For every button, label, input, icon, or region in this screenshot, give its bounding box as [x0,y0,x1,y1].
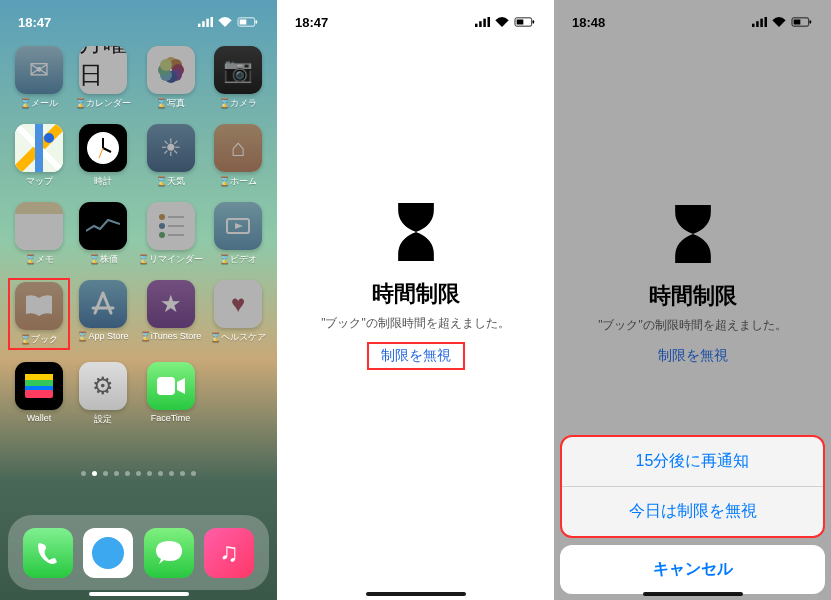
time-limit-actionsheet-screen: 18:48 時間制限 "ブック"の制限時間を超えました。 制限を無視 15分後に… [554,0,831,600]
app-wallet[interactable]: Wallet [10,362,68,426]
app-label: 時計 [94,175,112,188]
svg-rect-55 [810,20,812,23]
battery-icon [237,17,259,27]
ignore-limit-link[interactable]: 制限を無視 [367,342,465,370]
svg-marker-29 [235,223,243,229]
dock-safari[interactable] [83,528,133,578]
status-time: 18:47 [18,15,51,30]
app-label: ⌛天気 [156,175,185,188]
battery-icon [791,17,813,27]
status-time: 18:48 [572,15,605,30]
home-indicator[interactable] [89,592,189,596]
svg-rect-56 [794,20,801,25]
app-label: ⌛ビデオ [219,253,257,266]
svg-point-22 [159,223,165,229]
wifi-icon [495,17,509,27]
photos-icon [156,55,186,85]
app-itunes[interactable]: ★⌛iTunes Store [138,280,203,348]
app-facetime[interactable]: FaceTime [138,362,203,426]
cancel-button[interactable]: キャンセル [560,545,825,594]
app-weather[interactable]: ☀︎⌛天気 [138,124,203,188]
app-label: ⌛ホーム [219,175,257,188]
hourglass-icon [670,205,716,263]
facetime-icon [155,375,187,397]
app-label: ⌛App Store [77,331,128,341]
svg-rect-49 [517,20,524,25]
app-label: ⌛iTunes Store [140,331,202,341]
app-stocks[interactable]: ⌛株価 [74,202,132,266]
app-health[interactable]: ♥⌛ヘルスケア [209,280,267,348]
book-icon [24,294,54,318]
phone-icon [35,540,61,566]
status-icons [198,17,259,27]
messages-icon [154,539,184,567]
svg-rect-35 [157,377,175,395]
clock-icon [85,130,121,166]
app-photos[interactable]: ⌛写真 [138,46,203,110]
app-label: ⌛ブック [20,333,58,346]
signal-icon [198,17,213,27]
limit-title: 時間制限 [372,279,460,309]
svg-rect-44 [479,21,482,27]
svg-point-16 [44,133,54,143]
svg-rect-2 [206,19,209,27]
svg-marker-36 [177,378,185,394]
svg-point-23 [159,232,165,238]
svg-rect-6 [240,20,247,25]
dock-music[interactable]: ♫ [204,528,254,578]
app-reminders[interactable]: ⌛リマインダー [138,202,203,266]
ignore-limit-link: 制限を無視 [646,344,740,368]
video-icon [223,215,253,237]
dock-messages[interactable] [144,528,194,578]
home-indicator[interactable] [643,592,743,596]
svg-rect-51 [756,21,759,27]
maps-icon [15,124,63,172]
status-bar: 18:48 [554,0,831,36]
app-notes[interactable]: ⌛メモ [10,202,68,266]
app-camera[interactable]: 📷⌛カメラ [209,46,267,110]
ignore-today-button[interactable]: 今日は制限を無視 [562,487,823,536]
app-clock[interactable]: 時計 [74,124,132,188]
action-sheet-options: 15分後に再通知 今日は制限を無視 [560,435,825,538]
svg-rect-53 [765,17,768,27]
svg-rect-46 [488,17,491,27]
app-home[interactable]: ⌂⌛ホーム [209,124,267,188]
app-grid: ✉︎⌛メール 月曜日10⌛カレンダー ⌛写真 📷⌛カメラ マップ 時計 ☀︎⌛天… [0,36,277,426]
svg-rect-0 [198,24,201,27]
svg-rect-45 [483,19,486,27]
app-maps[interactable]: マップ [10,124,68,188]
app-settings[interactable]: ⚙︎設定 [74,362,132,426]
wifi-icon [218,17,232,27]
app-mail[interactable]: ✉︎⌛メール [10,46,68,110]
limit-message: "ブック"の制限時間を超えました。 [598,317,787,334]
svg-rect-3 [211,17,214,27]
app-appstore[interactable]: ⌛App Store [74,280,132,348]
wifi-icon [772,17,786,27]
limit-content: 時間制限 "ブック"の制限時間を超えました。 制限を無視 [277,36,554,600]
action-sheet: 15分後に再通知 今日は制限を無視 キャンセル [560,435,825,594]
status-time: 18:47 [295,15,328,30]
status-bar: 18:47 [0,0,277,36]
time-limit-screen: 18:47 時間制限 "ブック"の制限時間を超えました。 制限を無視 [277,0,554,600]
app-label: ⌛株価 [89,253,118,266]
dock: ♫ [8,515,269,590]
remind-later-button[interactable]: 15分後に再通知 [562,437,823,487]
limit-message: "ブック"の制限時間を超えました。 [321,315,510,332]
wallet-icon [19,366,59,406]
svg-point-21 [159,214,165,220]
svg-rect-50 [752,24,755,27]
home-indicator[interactable] [366,592,466,596]
page-indicator [0,471,277,476]
svg-rect-32 [25,380,53,386]
stocks-icon [86,216,120,236]
app-label: ⌛写真 [156,97,185,110]
dock-phone[interactable] [23,528,73,578]
svg-rect-5 [256,20,258,23]
app-calendar[interactable]: 月曜日10⌛カレンダー [74,46,132,110]
battery-icon [514,17,536,27]
app-label: ⌛リマインダー [138,253,203,266]
app-label: ⌛カメラ [219,97,257,110]
svg-point-14 [160,59,172,71]
app-video[interactable]: ⌛ビデオ [209,202,267,266]
app-books-highlighted[interactable]: ⌛ブック [8,278,70,350]
